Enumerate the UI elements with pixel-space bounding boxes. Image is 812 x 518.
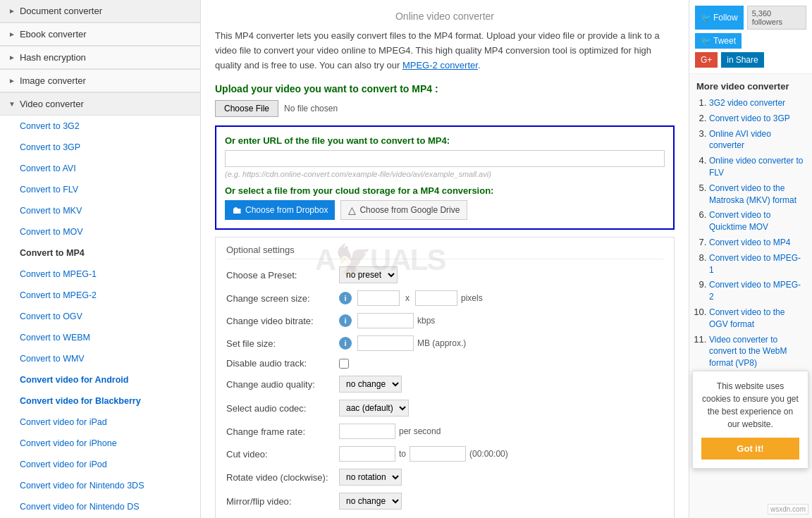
sidebar-item-blackberry[interactable]: Convert video for Blackberry [0,390,200,412]
sidebar-video-label: Video converter [20,99,84,109]
screen-size-info-icon[interactable]: i [339,292,352,304]
converter-link-2[interactable]: Convert video to 3GP [709,113,805,125]
converter-link-8[interactable]: Convert video to MPEG-1 [709,252,805,276]
sidebar-section-video: ▼ Video converter Convert to 3G2 Convert… [0,93,200,518]
rotate-select[interactable]: no rotation [339,469,402,486]
list-item: Convert video to MP4 [709,237,805,249]
framerate-input[interactable] [339,424,395,439]
gdrive-button[interactable]: △ Choose from Google Drive [340,200,467,220]
sidebar-ebook-label: Ebook converter [20,29,87,39]
sidebar-item-nintendods[interactable]: Convert video for Nintendo DS [0,496,200,517]
audio-quality-row: Change audio quality: no change [226,376,663,393]
mpeg2-link[interactable]: MPEG-2 converter [402,60,478,70]
sidebar-item-ogv[interactable]: Convert to OGV [0,306,200,327]
sidebar-item-mpeg1[interactable]: Convert to MPEG-1 [0,264,200,285]
bitrate-control: kbps [357,313,435,328]
sidebar-item-mp4[interactable]: Convert to MP4 [0,242,200,264]
preset-select[interactable]: no preset [339,266,398,283]
converter-link-4[interactable]: Online video converter to FLV [709,155,805,179]
sidebar-item-ipad[interactable]: Convert video for iPad [0,412,200,433]
social-row-1: 🐦 Follow 5,360 followers [695,6,806,30]
audio-codec-select[interactable]: aac (default) [339,400,409,417]
converter-link-1[interactable]: 3G2 video converter [709,97,805,109]
sidebar-item-ipod[interactable]: Convert video for iPod [0,454,200,475]
disable-audio-row: Disable audio track: [226,358,663,369]
sidebar-ebook-header[interactable]: ► Ebook converter [0,23,200,46]
list-item: 3G2 video converter [709,97,805,109]
sidebar-item-nintendo3ds[interactable]: Convert video for Nintendo 3DS [0,475,200,496]
file-input-row: Choose File No file chosen [215,100,675,117]
sidebar-hash-header[interactable]: ► Hash encryption [0,47,200,69]
filesize-input[interactable] [357,335,414,351]
bitrate-row: Change video bitrate: i kbps [226,313,663,328]
cloud-label: Or select a file from your cloud storage… [225,185,665,196]
pixels-unit: pixels [461,293,483,303]
mirror-select[interactable]: no change [339,493,402,510]
cut-start-input[interactable] [339,446,395,462]
rotate-label: Rotate video (clockwise): [226,472,339,483]
social-row-2: 🐦 Tweet [695,33,806,49]
cookie-accept-button[interactable]: Got it! [701,438,799,460]
filesize-row: Set file size: i MB (approx.) [226,335,663,351]
social-bar: 🐦 Follow 5,360 followers 🐦 Tweet G+ in S… [689,0,812,74]
disable-audio-checkbox[interactable] [339,359,349,369]
sidebar-item-mov[interactable]: Convert to MOV [0,221,200,242]
converter-link-3[interactable]: Online AVI video converter [709,128,805,152]
audio-quality-label: Change audio quality: [226,379,339,390]
sidebar-document-header[interactable]: ► Document converter [0,0,200,23]
more-converters-list: 3G2 video converter Convert video to 3GP… [696,97,805,412]
sidebar-item-mpeg2[interactable]: Convert to MPEG-2 [0,285,200,306]
screen-size-row: Change screen size: i x pixels [226,290,663,306]
gdrive-icon: △ [348,204,356,216]
cut-end-input[interactable] [410,446,466,462]
follow-label: Follow [713,13,738,23]
converter-link-11[interactable]: Video converter to convert to the WebM f… [709,334,805,369]
sidebar-item-mkv[interactable]: Convert to MKV [0,200,200,221]
tweet-bird-icon: 🐦 [701,36,711,46]
url-input[interactable] [225,150,665,167]
audio-codec-label: Select audio codec: [226,403,339,414]
gdrive-label: Choose from Google Drive [359,205,460,215]
arrow-icon: ► [8,54,16,61]
list-item: Video converter to convert to the WebM f… [709,334,805,369]
sidebar-item-android[interactable]: Convert video for Android [0,369,200,390]
filesize-control: MB (approx.) [357,335,466,351]
to-text: to [399,449,406,459]
list-item: Convert video to 3GP [709,113,805,125]
mirror-label: Mirror/flip video: [226,496,339,507]
sidebar-item-3g2[interactable]: Convert to 3G2 [0,116,200,137]
sidebar-video-header[interactable]: ▼ Video converter [0,93,200,116]
sidebar-item-wmv[interactable]: Convert to WMV [0,348,200,369]
cloud-buttons: 🖿 Choose from Dropbox △ Choose from Goog… [225,200,665,220]
sidebar-item-iphone[interactable]: Convert video for iPhone [0,433,200,454]
sidebar-item-3gp[interactable]: Convert to 3GP [0,137,200,158]
dropbox-button[interactable]: 🖿 Choose from Dropbox [225,200,335,220]
share-button[interactable]: in Share [721,52,763,68]
gplus-button[interactable]: G+ [695,52,718,68]
converter-link-6[interactable]: Convert video to Quicktime MOV [709,209,805,233]
sidebar-section-ebook: ► Ebook converter [0,23,200,47]
bitrate-input[interactable] [357,313,414,328]
cookie-notice: This website uses cookies to ensure you … [692,371,808,469]
converter-link-5[interactable]: Convert video to the Matroska (MKV) form… [709,183,805,206]
converter-link-10[interactable]: Convert video to the OGV format [709,307,805,331]
bitrate-info-icon[interactable]: i [339,314,352,327]
preset-control: no preset [339,266,398,283]
filesize-label: Set file size: [226,338,339,349]
sidebar-item-flv[interactable]: Convert to FLV [0,179,200,200]
cross-icon: x [403,293,412,303]
sidebar-item-webm[interactable]: Convert to WEBM [0,327,200,348]
follow-button[interactable]: 🐦 Follow [695,6,744,30]
converter-link-7[interactable]: Convert video to MP4 [709,237,805,249]
choose-file-button[interactable]: Choose File [215,100,278,117]
sidebar-item-avi[interactable]: Convert to AVI [0,158,200,179]
audio-quality-select[interactable]: no change [339,376,402,393]
tweet-button[interactable]: 🐦 Tweet [695,33,742,49]
main-content: A🦅UALS Online video converter This MP4 c… [201,0,689,518]
arrow-icon: ▼ [8,100,16,108]
sidebar-image-header[interactable]: ► Image converter [0,70,200,92]
filesize-info-icon[interactable]: i [339,337,352,350]
screen-height-input[interactable] [415,290,457,306]
converter-link-9[interactable]: Convert video to MPEG-2 [709,279,805,303]
screen-width-input[interactable] [357,290,400,306]
